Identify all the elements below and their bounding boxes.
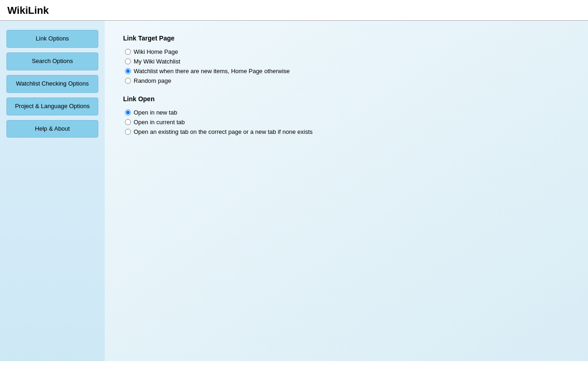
content-area: Link Target Page Wiki Home PageMy Wiki W… [105, 21, 588, 361]
radio-text-wiki-home: Wiki Home Page [134, 48, 178, 55]
sidebar: Link OptionsSearch OptionsWatchlist Chec… [0, 21, 105, 361]
sidebar-button-project-language-options[interactable]: Project & Language Options [6, 98, 98, 115]
radio-input-open-current-tab[interactable] [125, 119, 131, 125]
radio-input-random-page[interactable] [125, 78, 131, 84]
radio-text-open-new-tab: Open in new tab [134, 109, 177, 116]
radio-input-watchlist-new-items[interactable] [125, 68, 131, 74]
sidebar-button-help-about[interactable]: Help & About [6, 120, 98, 138]
radio-input-my-wiki-watchlist[interactable] [125, 58, 131, 64]
radio-label-wiki-home[interactable]: Wiki Home Page [125, 48, 570, 55]
link-open-section-title: Link Open [123, 95, 570, 103]
radio-label-random-page[interactable]: Random page [125, 77, 570, 84]
link-open-radio-group: Open in new tabOpen in current tabOpen a… [123, 109, 570, 135]
radio-input-open-new-tab[interactable] [125, 109, 131, 115]
radio-input-open-existing-tab[interactable] [125, 129, 131, 135]
sidebar-button-link-options[interactable]: Link Options [6, 30, 98, 48]
radio-text-my-wiki-watchlist: My Wiki Watchlist [134, 58, 180, 65]
link-target-radio-group: Wiki Home PageMy Wiki WatchlistWatchlist… [123, 48, 570, 84]
radio-label-watchlist-new-items[interactable]: Watchlist when there are new items, Home… [125, 68, 570, 75]
radio-input-wiki-home[interactable] [125, 49, 131, 55]
radio-label-my-wiki-watchlist[interactable]: My Wiki Watchlist [125, 58, 570, 65]
radio-text-open-existing-tab: Open an existing tab on the correct page… [134, 128, 313, 135]
radio-text-watchlist-new-items: Watchlist when there are new items, Home… [134, 68, 290, 75]
radio-label-open-new-tab[interactable]: Open in new tab [125, 109, 570, 116]
app-title: WikiLink [7, 5, 49, 16]
radio-label-open-current-tab[interactable]: Open in current tab [125, 119, 570, 126]
sidebar-button-watchlist-options[interactable]: Watchlist Checking Options [6, 75, 98, 93]
radio-text-random-page: Random page [134, 77, 171, 84]
radio-text-open-current-tab: Open in current tab [134, 119, 185, 126]
sidebar-button-search-options[interactable]: Search Options [6, 52, 98, 70]
link-target-section-title: Link Target Page [123, 34, 570, 42]
radio-label-open-existing-tab[interactable]: Open an existing tab on the correct page… [125, 128, 570, 135]
